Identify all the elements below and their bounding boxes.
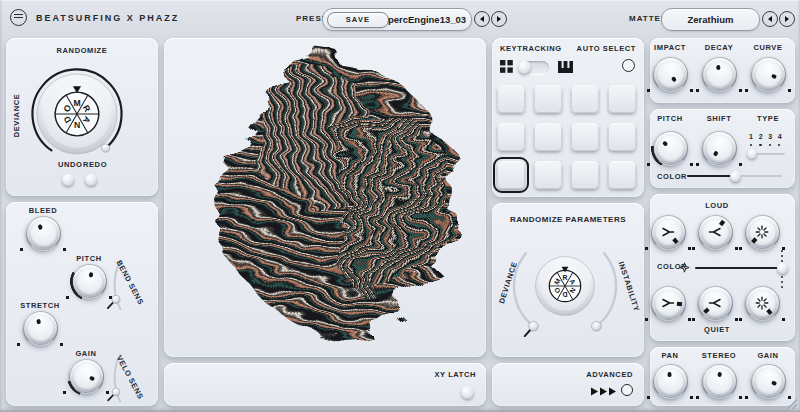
svg-text:M: M: [73, 98, 80, 108]
bend-sens-thumb: [112, 295, 120, 303]
svg-text:R: R: [563, 274, 568, 281]
impact-label: IMPACT: [650, 43, 690, 52]
redo-button[interactable]: [85, 174, 97, 186]
stretch-knob[interactable]: [23, 311, 57, 345]
fork-split-icon: [708, 225, 722, 239]
xy-latch-button[interactable]: [461, 386, 474, 399]
fast-forward-icon: [591, 386, 617, 397]
tone-panel: PITCH SHIFT TYPE 12 34 COLOR: [650, 109, 795, 188]
diamond-sparkle-icon: [679, 262, 690, 273]
stretch-label: STRETCH: [10, 301, 70, 310]
velo-sens-thumb: [112, 388, 120, 396]
gain-knob[interactable]: [69, 359, 103, 393]
dynamics-panel: LOUD COLOR: [650, 194, 795, 341]
undo-label: UNDO: [58, 160, 82, 169]
randomize-wheel[interactable]: R A N D O M: [27, 64, 127, 164]
save-button[interactable]: SAVE: [327, 12, 389, 28]
stereo-label: STEREO: [699, 351, 739, 360]
loud-knob-2[interactable]: [698, 215, 732, 249]
decay-label: DECAY: [699, 43, 739, 52]
tone-pitch-label: PITCH: [650, 114, 690, 123]
preset-prev-button[interactable]: [474, 11, 490, 27]
matter-selector[interactable]: Zerathium: [661, 8, 760, 31]
auto-select-label: AUTO SELECT: [577, 44, 636, 53]
randomize-parameters-title: RANDOMIZE PARAMETERS: [492, 215, 644, 224]
pitch-knob[interactable]: [72, 264, 106, 298]
plugin-window: BEATSURFING X PHAZZ PRESET SAVE percEngi…: [0, 0, 800, 412]
app-title: BEATSURFING X PHAZZ: [36, 13, 179, 23]
deviance-param-thumb: [529, 321, 539, 331]
pan-knob[interactable]: [653, 364, 687, 398]
pad-8[interactable]: [608, 123, 636, 151]
pad-6[interactable]: [534, 123, 562, 151]
keytracking-label: KEYTRACKING: [500, 44, 562, 53]
preset-next-button[interactable]: [491, 11, 507, 27]
redo-label: REDO: [83, 160, 107, 169]
pad-2[interactable]: [534, 85, 562, 113]
pad-9-selected[interactable]: [497, 161, 525, 189]
pad-10[interactable]: [534, 161, 562, 189]
stereo-knob[interactable]: [702, 364, 736, 398]
pad-7[interactable]: [571, 123, 599, 151]
fork-merge-icon: [661, 225, 675, 239]
undo-button[interactable]: [62, 174, 74, 186]
svg-text:N: N: [74, 120, 80, 130]
impact-knob[interactable]: [653, 57, 687, 91]
burst-icon: [755, 225, 769, 239]
quiet-label: QUIET: [687, 325, 747, 334]
keytracking-toggle[interactable]: [519, 61, 549, 74]
shift-knob[interactable]: [702, 131, 736, 165]
loud-knob-3[interactable]: [745, 215, 779, 249]
matter-prev-button[interactable]: [762, 11, 778, 27]
curve-knob[interactable]: [751, 57, 785, 91]
pad-5[interactable]: [497, 123, 525, 151]
advanced-button[interactable]: [621, 384, 633, 396]
randomize-panel: RANDOMIZE DEVIANCE R A N D O M: [6, 38, 158, 196]
pad-11[interactable]: [571, 161, 599, 189]
xy-latch-panel: XY LATCH: [164, 363, 486, 406]
advanced-panel: ADVANCED: [492, 363, 644, 406]
loud-label: LOUD: [687, 201, 747, 210]
menu-icon[interactable]: [10, 9, 27, 26]
tone-color-thumb[interactable]: [730, 171, 741, 182]
pad-3[interactable]: [571, 85, 599, 113]
type-slider-thumb[interactable]: [747, 149, 757, 159]
svg-text:D: D: [562, 291, 567, 298]
type-options[interactable]: 12 34: [748, 133, 783, 140]
loud-knob-1[interactable]: [651, 215, 685, 249]
dynamics-color-thumb[interactable]: [777, 263, 788, 274]
curve-label: CURVE: [748, 43, 788, 52]
fork-merge-icon: [661, 296, 675, 310]
matter-next-button[interactable]: [779, 11, 795, 27]
instability-arc: [596, 253, 616, 326]
pad-12[interactable]: [608, 161, 636, 189]
decay-knob[interactable]: [702, 57, 736, 91]
bleed-knob[interactable]: [26, 216, 60, 250]
preset-value[interactable]: percEngine13_03: [389, 9, 465, 30]
pad-1[interactable]: [497, 85, 525, 113]
output-panel: PAN STEREO GAIN: [650, 347, 795, 406]
shift-label: SHIFT: [699, 114, 739, 123]
matter-visualization[interactable]: [204, 52, 466, 346]
instability-label: INSTABILITY: [615, 257, 642, 317]
tone-pitch-knob[interactable]: [653, 131, 687, 165]
dynamics-color-slider[interactable]: [695, 267, 783, 269]
instability-thumb: [592, 321, 602, 331]
pan-label: PAN: [650, 351, 690, 360]
deviance-label: DEVIANCE: [12, 86, 21, 146]
pad-4[interactable]: [608, 85, 636, 113]
xy-surface-panel[interactable]: [164, 38, 486, 357]
preset-selector[interactable]: SAVE percEngine13_03: [322, 8, 472, 31]
pads-grid-icon: [500, 60, 513, 73]
advanced-label: ADVANCED: [586, 370, 633, 379]
quiet-knob-1[interactable]: [651, 286, 685, 320]
randomize-parameters-wheel[interactable]: R A N D O M: [511, 232, 619, 340]
output-gain-knob[interactable]: [751, 364, 785, 398]
quiet-knob-2[interactable]: [698, 286, 732, 320]
randomize-title: RANDOMIZE: [6, 46, 158, 55]
quiet-knob-3[interactable]: [745, 286, 779, 320]
auto-select-radio[interactable]: [622, 59, 635, 72]
randomize-parameters-panel: RANDOMIZE PARAMETERS DEVIANCE INSTABILIT…: [492, 203, 644, 357]
tone-color-label: COLOR: [657, 172, 687, 181]
output-gain-label: GAIN: [748, 351, 788, 360]
